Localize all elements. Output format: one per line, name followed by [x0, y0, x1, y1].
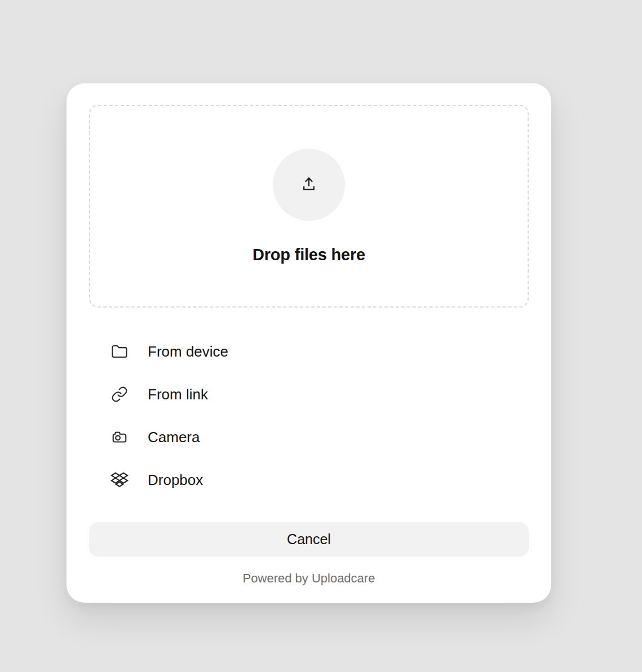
- source-item-from-link[interactable]: From link: [110, 381, 529, 408]
- source-item-label: From device: [148, 343, 228, 361]
- folder-icon: [110, 342, 129, 361]
- cancel-button[interactable]: Cancel: [89, 522, 529, 557]
- powered-by-link[interactable]: Powered by Uploadcare: [89, 571, 529, 586]
- dropzone-label: Drop files here: [253, 246, 365, 264]
- uploader-dialog: Drop files here From device Fro: [67, 83, 551, 603]
- dropbox-icon: [110, 470, 129, 489]
- upload-circle: [273, 149, 345, 221]
- source-item-dropbox[interactable]: Dropbox: [110, 466, 529, 493]
- upload-icon: [299, 174, 318, 195]
- source-item-from-device[interactable]: From device: [110, 338, 529, 365]
- source-item-label: Dropbox: [148, 471, 203, 489]
- source-item-label: From link: [148, 386, 208, 403]
- source-item-camera[interactable]: Camera: [110, 424, 529, 451]
- camera-icon: [110, 428, 129, 447]
- source-item-label: Camera: [148, 429, 200, 446]
- source-list: From device From link: [89, 338, 529, 493]
- link-icon: [110, 385, 129, 404]
- page-background: Drop files here From device Fro: [0, 0, 642, 672]
- drop-zone[interactable]: Drop files here: [89, 105, 529, 308]
